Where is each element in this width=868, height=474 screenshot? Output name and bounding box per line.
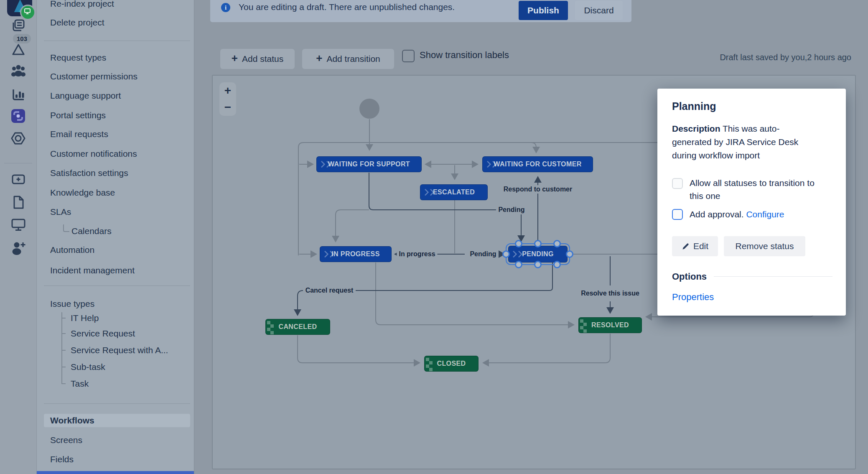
reports-icon[interactable] xyxy=(0,87,36,102)
alerts-triangle-icon[interactable] xyxy=(0,42,36,58)
rail-divider xyxy=(4,163,32,163)
sidebar-item-service-request-with-a[interactable]: Service Request with A... xyxy=(44,344,190,357)
sidebar-item-task[interactable]: Task xyxy=(44,377,190,390)
sidebar-item-sub-task[interactable]: Sub-task xyxy=(44,360,190,374)
chevron-decoration xyxy=(323,252,333,257)
sidebar-item-workflows[interactable]: Workflows xyxy=(44,414,190,427)
status-waiting-for-support[interactable]: WAITING FOR SUPPORT xyxy=(316,156,422,172)
sidebar-item-incident-management[interactable]: Incident management xyxy=(44,264,190,277)
sidebar-item-slas[interactable]: SLAs xyxy=(44,205,190,219)
resize-handle[interactable] xyxy=(534,240,542,247)
checker-decoration xyxy=(580,319,583,323)
resize-handle[interactable] xyxy=(502,250,510,258)
sidebar-divider xyxy=(44,403,190,404)
queues-icon[interactable] xyxy=(0,18,36,33)
pencil-icon xyxy=(682,242,690,250)
sidebar-item-customer-permissions[interactable]: Customer permissions xyxy=(44,70,190,83)
draft-saved-status: Draft last saved by you,2 hours ago xyxy=(720,53,851,62)
status-label: WAITING FOR CUSTOMER xyxy=(494,161,581,168)
project-settings-sidebar: Re-index projectDelete projectRequest ty… xyxy=(37,0,194,474)
sidebar-item-language-support[interactable]: Language support xyxy=(44,89,190,102)
sidebar-item-re-index-project[interactable]: Re-index project xyxy=(44,0,190,10)
resize-handle[interactable] xyxy=(553,240,561,247)
sidebar-item-screens[interactable]: Screens xyxy=(44,433,190,447)
zoom-in-button[interactable]: + xyxy=(224,85,231,97)
chevron-decoration xyxy=(485,162,496,167)
sidebar-item-portal-settings[interactable]: Portal settings xyxy=(44,109,190,122)
description-label: Description xyxy=(672,124,720,133)
status-description: Description This was auto-generated by J… xyxy=(672,122,819,162)
allow-all-statuses-checkbox[interactable] xyxy=(672,178,683,189)
status-label: WAITING FOR SUPPORT xyxy=(328,161,410,168)
resize-handle[interactable] xyxy=(515,240,522,247)
zoom-out-button[interactable]: − xyxy=(224,102,231,113)
discard-button[interactable]: Discard xyxy=(575,1,623,20)
checker-decoration xyxy=(267,321,270,324)
chevron-decoration xyxy=(511,252,522,257)
draft-banner: i You are editing a draft. There are unp… xyxy=(210,0,631,22)
draft-banner-message: You are editing a draft. There are unpub… xyxy=(239,2,455,12)
status-resolved[interactable]: RESOLVED xyxy=(578,317,642,333)
resize-handle[interactable] xyxy=(515,261,522,268)
teams-icon[interactable] xyxy=(0,64,36,79)
sidebar-divider xyxy=(44,285,190,286)
app-navigation-rail: 103 xyxy=(0,0,37,474)
sidebar-item-service-request[interactable]: Service Request xyxy=(44,327,190,340)
settings-nut-icon[interactable] xyxy=(0,131,36,145)
workflow-start-node[interactable] xyxy=(359,99,379,119)
status-label: RESOLVED xyxy=(591,321,629,329)
allow-all-statuses-label[interactable]: Allow all statuses to transition to this… xyxy=(690,176,827,202)
service-desk-badge-icon xyxy=(20,5,36,20)
status-pending[interactable]: PENDING xyxy=(508,246,568,262)
add-status-button[interactable]: + Add status xyxy=(220,49,295,69)
alert-count-badge: 103 xyxy=(13,34,31,43)
invite-person-icon[interactable] xyxy=(0,240,36,255)
sidebar-item-automation[interactable]: Automation xyxy=(44,243,190,257)
plus-icon: + xyxy=(316,52,322,65)
show-transition-labels-checkbox[interactable] xyxy=(402,50,415,62)
status-closed[interactable]: CLOSED xyxy=(424,356,479,372)
checker-decoration xyxy=(426,358,429,361)
status-label: PENDING xyxy=(522,250,554,258)
transition-label-pending: Pending xyxy=(496,206,527,214)
sidebar-item-knowledge-base[interactable]: Knowledge base xyxy=(44,186,190,199)
sidebar-item-satisfaction-settings[interactable]: Satisfaction settings xyxy=(44,166,190,180)
properties-link[interactable]: Properties xyxy=(672,292,714,303)
resize-handle[interactable] xyxy=(534,261,542,268)
add-approval-checkbox[interactable] xyxy=(672,209,683,220)
sidebar-item-issue-types[interactable]: Issue types xyxy=(44,297,190,311)
status-waiting-for-customer[interactable]: WAITING FOR CUSTOMER xyxy=(482,156,593,172)
status-escalated[interactable]: ESCALATED xyxy=(420,184,488,200)
sidebar-item-email-requests[interactable]: Email requests xyxy=(44,127,190,141)
status-label: IN PROGRESS xyxy=(331,250,380,258)
sidebar-item-request-types[interactable]: Request types xyxy=(44,51,190,64)
sidebar-bottom-accent xyxy=(37,471,194,474)
remove-status-button[interactable]: Remove status xyxy=(724,236,805,256)
add-approval-label: Add approval. Configure xyxy=(690,208,827,221)
add-transition-button[interactable]: + Add transition xyxy=(302,49,394,69)
document-icon[interactable] xyxy=(0,195,36,209)
transition-label-respond-to-customer: Respond to customer xyxy=(501,185,574,194)
sidebar-item-delete-project[interactable]: Delete project xyxy=(44,16,190,29)
status-canceled[interactable]: CANCELED xyxy=(265,319,330,335)
project-avatar[interactable] xyxy=(7,0,32,16)
panel-title: Planning xyxy=(672,100,716,112)
sidebar-item-customer-notifications[interactable]: Customer notifications xyxy=(44,147,190,161)
card-add-icon[interactable] xyxy=(0,173,36,186)
edit-status-button[interactable]: Edit xyxy=(672,236,718,256)
sidebar-item-fields[interactable]: Fields xyxy=(44,453,190,466)
sidebar-item-calendars[interactable]: Calendars xyxy=(44,224,190,238)
configure-link[interactable]: Configure xyxy=(746,209,784,219)
publish-button[interactable]: Publish xyxy=(519,1,568,20)
options-divider xyxy=(714,276,832,277)
resize-handle[interactable] xyxy=(553,261,561,268)
resize-handle[interactable] xyxy=(566,250,573,258)
sidebar-item-it-help[interactable]: IT Help xyxy=(44,311,190,325)
app-tile-icon[interactable] xyxy=(0,109,36,123)
show-transition-labels-label[interactable]: Show transition labels xyxy=(420,50,509,61)
sidebar-divider xyxy=(44,41,190,41)
chevron-decoration xyxy=(319,162,330,167)
options-heading: Options xyxy=(672,271,707,282)
monitor-icon[interactable] xyxy=(0,218,36,232)
status-in-progress[interactable]: IN PROGRESS xyxy=(320,246,392,262)
